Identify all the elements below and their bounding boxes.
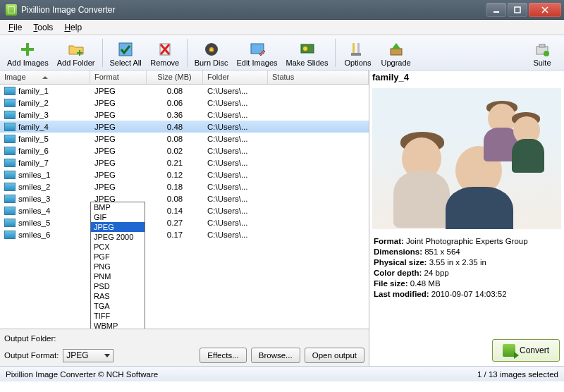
- menu-help[interactable]: Help: [60, 21, 86, 34]
- file-thumb-icon: [4, 231, 16, 239]
- table-row[interactable]: smiles_1JPEG0.12C:\Users\...: [0, 169, 369, 180]
- format-option[interactable]: PGF: [91, 252, 145, 262]
- open-output-button[interactable]: Open output: [305, 348, 364, 363]
- table-row[interactable]: family_2JPEG0.06C:\Users\...: [0, 97, 369, 109]
- make-slides-button[interactable]: Make Slides: [282, 37, 333, 68]
- svg-point-12: [303, 47, 307, 51]
- effects-button[interactable]: Effects...: [200, 348, 247, 363]
- col-folder[interactable]: Folder: [203, 71, 268, 84]
- menu-bar: File Tools Help: [0, 20, 564, 35]
- menu-file-label: ile: [13, 23, 22, 32]
- window-close-button[interactable]: [529, 3, 561, 17]
- burn-disc-button[interactable]: Burn Disc: [190, 37, 233, 68]
- file-thumb-icon: [4, 99, 16, 107]
- svg-rect-1: [515, 7, 520, 13]
- table-row[interactable]: smiles_60.17C:\Users\...: [0, 228, 369, 240]
- output-folder-label: Output Folder:: [4, 334, 56, 343]
- svg-rect-0: [494, 11, 499, 13]
- toolbar-separator: [102, 39, 103, 67]
- app-icon: [6, 4, 17, 16]
- plus-icon: [19, 41, 36, 58]
- remove-button[interactable]: Remove: [146, 37, 184, 68]
- format-option[interactable]: GIF: [91, 212, 145, 222]
- window-minimize-button[interactable]: [486, 3, 506, 17]
- svg-rect-15: [351, 53, 356, 56]
- left-pane: Image Format Size (MB) Folder Status fam…: [0, 71, 369, 366]
- menu-tools[interactable]: Tools: [29, 21, 57, 34]
- status-text: Pixillion Image Converter © NCH Software: [6, 370, 158, 379]
- format-option[interactable]: PNM: [91, 271, 145, 281]
- status-selection: 1 / 13 images selected: [477, 370, 558, 379]
- col-status[interactable]: Status: [268, 71, 369, 84]
- file-thumb-icon: [4, 219, 16, 227]
- file-thumb-icon: [4, 147, 16, 155]
- table-row[interactable]: smiles_40.14C:\Users\...: [0, 204, 369, 216]
- table-row[interactable]: family_5JPEG0.08C:\Users\...: [0, 133, 369, 145]
- table-row[interactable]: smiles_50.27C:\Users\...: [0, 216, 369, 228]
- output-format-value: JPEG: [66, 350, 88, 360]
- format-option[interactable]: JPEG 2000: [91, 232, 145, 242]
- menu-file[interactable]: File: [4, 21, 26, 34]
- format-option[interactable]: BMP: [91, 202, 145, 212]
- window-title: Pixillion Image Converter: [21, 5, 115, 15]
- col-size[interactable]: Size (MB): [147, 71, 203, 84]
- file-thumb-icon: [4, 195, 16, 203]
- svg-rect-16: [356, 53, 361, 56]
- format-option[interactable]: PCX: [91, 242, 145, 252]
- window-titlebar: Pixillion Image Converter: [0, 0, 564, 20]
- add-folder-button[interactable]: Add Folder: [53, 37, 99, 68]
- browse-button[interactable]: Browse...: [251, 348, 300, 363]
- col-format[interactable]: Format: [90, 71, 147, 84]
- upgrade-button[interactable]: Upgrade: [376, 37, 415, 68]
- select-all-icon: [117, 41, 134, 58]
- file-thumb-icon: [4, 87, 16, 95]
- preview-title: family_4: [369, 71, 564, 84]
- format-option[interactable]: PNG: [91, 262, 145, 271]
- convert-icon: [503, 344, 515, 357]
- format-popup[interactable]: BMPGIFJPEGJPEG 2000PCXPGFPNGPNMPSDRASTGA…: [90, 202, 145, 329]
- svg-rect-3: [21, 48, 34, 51]
- table-row[interactable]: family_4JPEG0.48C:\Users\...: [0, 121, 369, 133]
- remove-icon: [157, 41, 173, 58]
- toolbar-separator: [335, 39, 336, 67]
- table-row[interactable]: family_6JPEG0.02C:\Users\...: [0, 145, 369, 157]
- svg-rect-17: [391, 49, 402, 55]
- output-format-label: Output Format:: [4, 351, 59, 360]
- format-option[interactable]: PSD: [91, 281, 145, 291]
- disc-icon: [203, 41, 220, 58]
- table-header: Image Format Size (MB) Folder Status: [0, 71, 369, 85]
- col-image[interactable]: Image: [0, 71, 90, 84]
- format-option[interactable]: TIFF: [91, 311, 145, 321]
- table-row[interactable]: smiles_2JPEG0.18C:\Users\...: [0, 180, 369, 192]
- table-body: family_1JPEG0.08C:\Users\...family_2JPEG…: [0, 85, 369, 240]
- format-option[interactable]: TGA: [91, 301, 145, 311]
- status-bar: Pixillion Image Converter © NCH Software…: [0, 366, 564, 381]
- convert-button[interactable]: Convert: [492, 339, 560, 362]
- table-row[interactable]: family_3JPEG0.36C:\Users\...: [0, 109, 369, 121]
- menu-tools-label: ools: [37, 23, 53, 32]
- edit-images-button[interactable]: Edit Images: [232, 37, 281, 68]
- select-all-button[interactable]: Select All: [106, 37, 146, 68]
- file-thumb-icon: [4, 123, 16, 131]
- options-button[interactable]: Options: [338, 37, 376, 68]
- window-maximize-button[interactable]: [508, 3, 527, 17]
- options-icon: [349, 41, 366, 58]
- suite-button[interactable]: Suite: [523, 37, 561, 68]
- table-row[interactable]: family_7JPEG0.21C:\Users\...: [0, 157, 369, 169]
- format-option[interactable]: WBMP: [91, 321, 145, 329]
- folder-plus-icon: [68, 41, 85, 58]
- format-option[interactable]: JPEG: [91, 222, 145, 232]
- suite-icon: [534, 41, 551, 58]
- output-format-combo[interactable]: JPEG: [63, 349, 114, 362]
- format-option[interactable]: RAS: [91, 291, 145, 301]
- menu-help-label: elp: [70, 23, 82, 32]
- preview-metadata: Format: Joint Photographic Experts Group…: [369, 232, 564, 304]
- toolbar-separator: [187, 39, 188, 67]
- toolbar: Add Images Add Folder Select All Remove …: [0, 35, 564, 71]
- main-area: Image Format Size (MB) Folder Status fam…: [0, 71, 564, 366]
- bottom-controls: Output Folder: Output Format: JPEG Effec…: [0, 329, 369, 366]
- add-images-button[interactable]: Add Images: [3, 37, 53, 68]
- table-row[interactable]: smiles_3JPEG0.08C:\Users\...: [0, 192, 369, 204]
- table-row[interactable]: family_1JPEG0.08C:\Users\...: [0, 85, 369, 97]
- upgrade-icon: [388, 41, 405, 58]
